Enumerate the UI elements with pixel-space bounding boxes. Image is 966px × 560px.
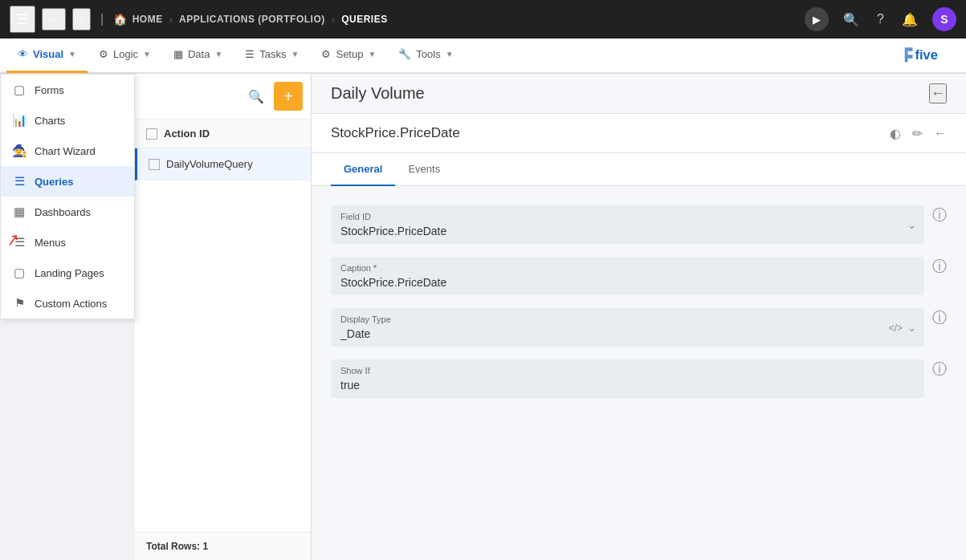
action-id-header: Action ID	[164, 128, 210, 140]
home-icon: 🏠	[113, 13, 128, 26]
sep2: ›	[332, 14, 335, 26]
sidebar-item-chart-wizard[interactable]: 🧙 Chart Wizard	[1, 136, 134, 166]
svg-text:five: five	[915, 47, 938, 62]
display-type-label: Display Type	[340, 314, 915, 324]
charts-icon: 📊	[12, 113, 26, 128]
sidebar-menu: ▢ Forms 📊 Charts 🧙 Chart Wizard ☰ Querie…	[0, 74, 135, 319]
breadcrumb-home[interactable]: 🏠 HOME	[113, 13, 163, 26]
tab-general[interactable]: General	[331, 153, 395, 186]
right-panel: Daily Volume ← StockPrice.PriceDate ◐ ✏ …	[312, 74, 966, 560]
nav-tasks[interactable]: ☰ Tasks ▼	[234, 38, 310, 73]
total-rows-label: Total Rows: 1	[146, 541, 208, 552]
display-type-help[interactable]: ⓘ	[932, 308, 947, 327]
dropdown-arrow-icon[interactable]: ⌄	[907, 219, 916, 231]
list-item[interactable]: DailyVolumeQuery	[135, 148, 311, 181]
caption-help[interactable]: ⓘ	[932, 257, 947, 276]
caption-label: Caption *	[340, 263, 915, 273]
top-nav-actions: ▶ 🔍 ? 🔔 S	[805, 7, 956, 31]
right-panel-header: Daily Volume ←	[312, 74, 966, 114]
show-if-label: Show If	[340, 366, 915, 375]
sidebar-forms-label: Forms	[35, 84, 64, 96]
help-button[interactable]: ?	[874, 9, 887, 30]
setup-icon: ⚙	[321, 48, 331, 60]
sidebar-item-menus[interactable]: ☰ Menus	[1, 227, 134, 258]
caption-value: StockPrice.PriceDate	[340, 276, 915, 289]
field-id-label: Field ID	[340, 212, 915, 221]
data-arrow: ▼	[214, 50, 222, 59]
sidebar-landing-pages-label: Landing Pages	[35, 267, 104, 279]
sep1: ›	[169, 14, 173, 26]
total-rows: Total Rows: 1	[135, 532, 311, 560]
history-button[interactable]: ◐	[890, 126, 901, 141]
left-panel: 🔍 + Action ID DailyVolumeQuery Total Row…	[135, 74, 312, 560]
sidebar-item-custom-actions[interactable]: ⚑ Custom Actions	[1, 288, 134, 319]
visual-arrow: ▼	[68, 50, 76, 59]
sidebar-item-forms[interactable]: ▢ Forms	[1, 75, 134, 105]
nav-logic[interactable]: ⚙ Logic ▼	[88, 38, 162, 73]
display-type-row: Display Type _Date </> ⌄ ⓘ	[331, 308, 947, 347]
nav-tools[interactable]: 🔧 Tools ▼	[387, 38, 464, 73]
sidebar-charts-label: Charts	[35, 115, 65, 127]
landing-pages-icon: ▢	[12, 266, 26, 280]
display-type-field: Display Type _Date </> ⌄	[331, 308, 924, 347]
item-checkbox[interactable]	[149, 159, 160, 170]
dropdown-arrow-icon-2[interactable]: ⌄	[907, 322, 916, 334]
display-type-controls: </> ⌄	[889, 322, 916, 334]
notifications-button[interactable]: 🔔	[899, 9, 921, 30]
list-column-header: Action ID	[135, 120, 311, 148]
breadcrumb-queries-label: QUERIES	[341, 14, 388, 25]
list-search-button[interactable]: 🔍	[245, 86, 267, 108]
user-avatar[interactable]: S	[932, 7, 956, 31]
sidebar-item-dashboards[interactable]: ▦ Dashboards	[1, 197, 134, 227]
panel-back-button[interactable]: ←	[929, 83, 947, 103]
nav-visual[interactable]: 👁 Visual ▼	[6, 38, 88, 73]
tab-events[interactable]: Events	[395, 153, 453, 186]
show-if-help[interactable]: ⓘ	[932, 359, 947, 379]
caption-field: Caption * StockPrice.PriceDate	[331, 257, 924, 295]
show-if-value: true	[340, 379, 915, 392]
nav-tools-label: Tools	[416, 48, 440, 60]
edit-button[interactable]: ✏	[912, 126, 923, 141]
back-button[interactable]: ←	[42, 8, 66, 30]
tasks-icon: ☰	[245, 48, 255, 60]
custom-actions-icon: ⚑	[12, 296, 26, 310]
setup-arrow: ▼	[368, 50, 376, 59]
hamburger-menu[interactable]: ☰	[10, 6, 35, 33]
search-button[interactable]: 🔍	[840, 9, 862, 30]
field-actions: ◐ ✏ ←	[890, 126, 947, 141]
sidebar-item-charts[interactable]: 📊 Charts	[1, 105, 134, 136]
sidebar-item-queries[interactable]: ☰ Queries	[1, 166, 134, 197]
field-id-help[interactable]: ⓘ	[932, 205, 947, 225]
sidebar-item-landing-pages[interactable]: ▢ Landing Pages	[1, 258, 134, 288]
second-nav: 👁 Visual ▼ ⚙ Logic ▼ ▦ Data ▼ ☰ Tasks ▼ …	[0, 39, 966, 74]
sidebar-custom-actions-label: Custom Actions	[35, 298, 107, 310]
code-icon[interactable]: </>	[889, 322, 903, 333]
breadcrumb-queries[interactable]: QUERIES	[341, 14, 388, 25]
nav-data[interactable]: ▦ Data ▼	[162, 38, 234, 73]
tools-icon: 🔧	[398, 48, 411, 60]
add-query-button[interactable]: +	[274, 82, 303, 111]
breadcrumb-home-label: HOME	[132, 14, 163, 25]
field-back-button[interactable]: ←	[934, 126, 947, 140]
nav-logic-label: Logic	[113, 48, 138, 60]
tab-events-label: Events	[408, 163, 440, 175]
tools-arrow: ▼	[446, 50, 454, 59]
play-button[interactable]: ▶	[805, 7, 829, 31]
breadcrumb-applications[interactable]: APPLICATIONS (PORTFOLIO)	[179, 14, 325, 25]
item-label: DailyVolumeQuery	[166, 158, 253, 170]
logic-icon: ⚙	[99, 48, 108, 60]
visual-icon: 👁	[18, 48, 28, 60]
queries-icon: ☰	[12, 174, 26, 189]
nav-setup[interactable]: ⚙ Setup ▼	[310, 38, 387, 73]
nav-data-label: Data	[188, 48, 210, 60]
left-panel-toolbar: 🔍 +	[135, 74, 311, 120]
tabs: General Events	[312, 153, 966, 186]
field-header: StockPrice.PriceDate ◐ ✏ ←	[312, 114, 966, 153]
sidebar-chart-wizard-label: Chart Wizard	[35, 145, 96, 157]
data-icon: ▦	[173, 48, 183, 60]
top-nav: ☰ ← ↑ | 🏠 HOME › APPLICATIONS (PORTFOLIO…	[0, 0, 966, 39]
main-area: ↗ ▢ Forms 📊 Charts 🧙 Chart Wizard ☰ Quer…	[0, 74, 966, 560]
sidebar-menus-label: Menus	[35, 237, 66, 249]
forward-button[interactable]: ↑	[72, 8, 91, 30]
select-all-checkbox[interactable]	[146, 128, 157, 140]
